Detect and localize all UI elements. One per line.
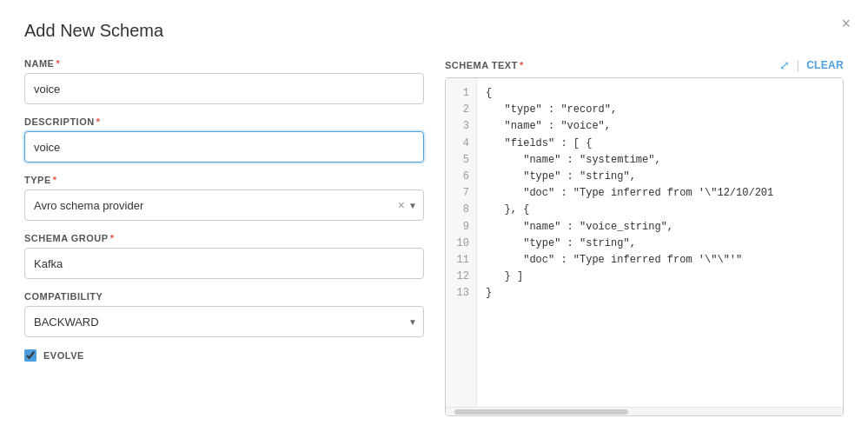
main-layout: NAME* DESCRIPTION* TYPE* Avro schema pro… — [24, 58, 844, 416]
line-number: 4 — [446, 136, 476, 152]
name-label: NAME* — [24, 58, 424, 69]
type-select[interactable]: Avro schema provider — [24, 189, 424, 221]
schema-group-label: SCHEMA GROUP* — [24, 233, 424, 243]
evolve-row: EVOLVE — [24, 349, 424, 362]
type-clear-icon[interactable]: × — [398, 198, 405, 212]
code-body[interactable]: 12345678910111213 { "type" : "record", "… — [446, 78, 843, 407]
divider: | — [797, 58, 800, 72]
line-number: 10 — [446, 236, 476, 252]
line-number: 5 — [446, 152, 476, 169]
type-required-star: * — [53, 175, 57, 185]
line-number: 3 — [446, 118, 476, 135]
description-required-star: * — [96, 116, 101, 127]
line-numbers: 12345678910111213 — [446, 78, 477, 407]
dialog-title: Add New Schema — [24, 21, 844, 41]
left-panel: NAME* DESCRIPTION* TYPE* Avro schema pro… — [24, 58, 424, 416]
compatibility-label: COMPATIBILITY — [24, 291, 424, 302]
line-number: 8 — [446, 202, 476, 218]
line-number: 12 — [446, 269, 476, 285]
name-input[interactable] — [24, 73, 424, 104]
compatibility-select[interactable]: BACKWARD FORWARD FULL NONE — [24, 306, 424, 337]
schema-group-field-group: SCHEMA GROUP* — [24, 233, 424, 279]
clear-button[interactable]: CLEAR — [806, 59, 844, 71]
evolve-label: EVOLVE — [43, 350, 84, 361]
line-number: 13 — [446, 285, 476, 302]
scrollbar-area[interactable] — [446, 407, 843, 415]
line-number: 1 — [446, 85, 476, 102]
type-select-wrapper: Avro schema provider × ▼ — [24, 189, 424, 221]
description-label: DESCRIPTION* — [24, 116, 424, 127]
expand-icon[interactable]: ⤢ — [779, 58, 790, 72]
description-field-group: DESCRIPTION* — [24, 116, 424, 163]
type-label: TYPE* — [24, 175, 424, 185]
schema-group-input[interactable] — [24, 248, 424, 279]
compatibility-field-group: COMPATIBILITY BACKWARD FORWARD FULL NONE… — [24, 291, 424, 337]
line-number: 9 — [446, 219, 476, 236]
scrollbar-thumb[interactable] — [454, 409, 628, 415]
add-schema-dialog: Add New Schema × NAME* DESCRIPTION* TYPE… — [0, 0, 868, 445]
name-required-star: * — [56, 58, 60, 69]
code-editor: 12345678910111213 { "type" : "record", "… — [445, 77, 844, 416]
code-content[interactable]: { "type" : "record", "name" : "voice", "… — [477, 78, 843, 407]
schema-actions: ⤢ | CLEAR — [779, 58, 844, 72]
schema-text-required-star: * — [520, 60, 524, 70]
line-number: 11 — [446, 252, 476, 269]
close-button[interactable]: × — [841, 16, 851, 31]
schema-text-header: SCHEMA TEXT* ⤢ | CLEAR — [445, 58, 844, 72]
line-number: 6 — [446, 169, 476, 185]
description-input[interactable] — [24, 131, 424, 163]
schema-text-label: SCHEMA TEXT* — [445, 60, 524, 70]
line-number: 7 — [446, 185, 476, 202]
right-panel: SCHEMA TEXT* ⤢ | CLEAR 12345678910111213… — [445, 58, 844, 416]
name-field-group: NAME* — [24, 58, 424, 104]
evolve-checkbox[interactable] — [24, 349, 36, 362]
line-number: 2 — [446, 102, 476, 118]
schema-group-required-star: * — [110, 233, 115, 243]
compatibility-select-wrapper: BACKWARD FORWARD FULL NONE ▼ — [24, 306, 424, 337]
type-field-group: TYPE* Avro schema provider × ▼ — [24, 175, 424, 221]
